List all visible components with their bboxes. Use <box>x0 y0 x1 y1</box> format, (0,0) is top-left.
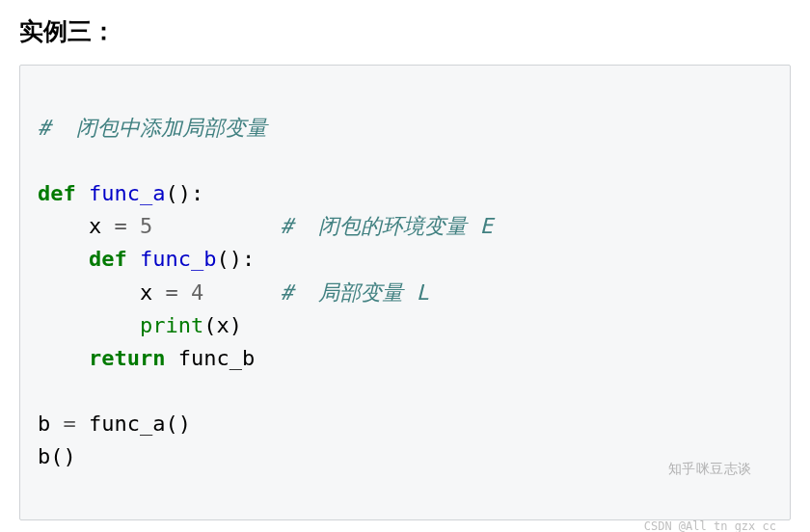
call-func-a: func_a() <box>76 412 191 436</box>
op-eq: = <box>114 214 126 238</box>
print-arg: (x) <box>203 313 242 337</box>
var-x: x <box>140 280 166 305</box>
colon: : <box>242 247 255 271</box>
watermark-top: 知乎咪豆志谈 <box>644 462 776 476</box>
func-name-b: func_b <box>140 247 216 271</box>
return-val: func_b <box>165 346 255 370</box>
parens: () <box>165 181 191 205</box>
keyword-def: def <box>89 247 127 271</box>
op-eq: = <box>64 412 76 436</box>
num-5: 5 <box>127 214 153 238</box>
call-b: b() <box>38 444 76 468</box>
var-b: b <box>38 412 64 436</box>
comment-env: # 闭包的环境变量 E <box>281 214 493 238</box>
num-4: 4 <box>178 280 204 305</box>
comment-top: # 闭包中添加局部变量 <box>38 116 267 140</box>
section-heading: 实例三： <box>19 15 791 47</box>
op-eq: = <box>165 280 177 305</box>
watermark-bottom: CSDN @All_tn_gzx_cc <box>644 520 776 532</box>
code-block: # 闭包中添加局部变量 def func_a(): x = 5 # 闭包的环境变… <box>19 65 791 520</box>
watermark: 知乎咪豆志谈 CSDN @All_tn_gzx_cc <box>644 416 776 532</box>
keyword-def: def <box>38 181 76 205</box>
parens: () <box>216 247 242 271</box>
keyword-return: return <box>89 346 165 370</box>
var-x: x <box>89 214 115 238</box>
comment-local: # 局部变量 L <box>281 280 429 305</box>
func-name-a: func_a <box>89 181 165 205</box>
colon: : <box>191 181 203 205</box>
builtin-print: print <box>140 313 203 337</box>
